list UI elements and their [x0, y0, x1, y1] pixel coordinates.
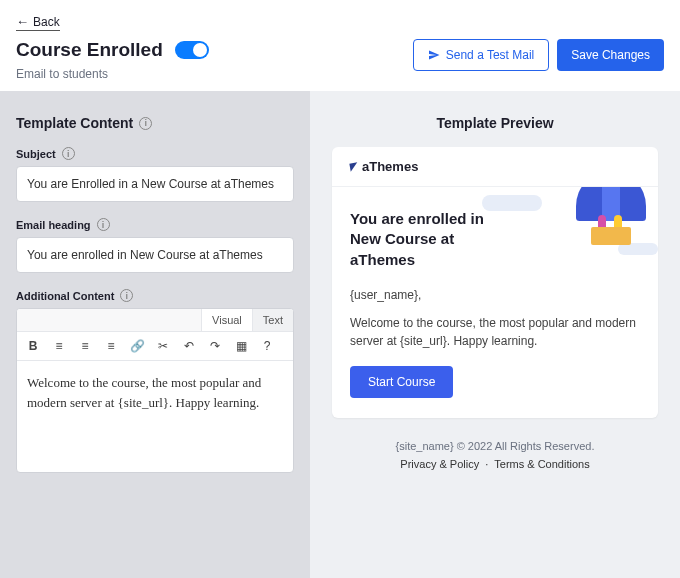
editor-body[interactable]: Welcome to the course, the most popular … — [17, 361, 293, 472]
start-course-button[interactable]: Start Course — [350, 366, 453, 398]
template-content-panel: Template Content i Subject i Email headi… — [0, 91, 310, 578]
back-label: Back — [33, 15, 60, 29]
page-title: Course Enrolled — [16, 39, 163, 61]
help-icon[interactable]: ? — [259, 338, 275, 354]
rich-editor: Visual Text B ≡ ≡ ≡ 🔗 ✂ ↶ ↷ ▦ ? Welcome … — [16, 308, 294, 473]
back-link[interactable]: ← Back — [16, 14, 60, 31]
preview-greeting: {user_name}, — [350, 286, 640, 304]
preview-body-text: Welcome to the course, the most popular … — [350, 314, 640, 350]
template-preview-panel: Template Preview aThemes You are enrolle… — [310, 91, 680, 578]
hero-title: You are enrolled in New Course at aTheme… — [350, 209, 510, 270]
info-icon[interactable]: i — [120, 289, 133, 302]
link-icon[interactable]: 🔗 — [129, 338, 145, 354]
arrow-left-icon: ← — [16, 14, 29, 29]
editor-toolbar: B ≡ ≡ ≡ 🔗 ✂ ↶ ↷ ▦ ? — [17, 332, 293, 361]
send-test-button[interactable]: Send a Test Mail — [413, 39, 550, 71]
template-content-title: Template Content — [16, 115, 133, 131]
email-heading-input[interactable] — [16, 237, 294, 273]
tab-text[interactable]: Text — [252, 309, 293, 331]
subject-label: Subject — [16, 148, 56, 160]
enable-toggle[interactable] — [175, 41, 209, 59]
undo-icon[interactable]: ↶ — [181, 338, 197, 354]
brand-icon — [349, 162, 358, 171]
info-icon[interactable]: i — [139, 117, 152, 130]
align-left-icon[interactable]: ≡ — [51, 338, 67, 354]
preview-card: aThemes You are enrolled in New Course a… — [332, 147, 658, 418]
info-icon[interactable]: i — [62, 147, 75, 160]
paper-plane-icon — [428, 49, 440, 61]
terms-link[interactable]: Terms & Conditions — [494, 458, 589, 470]
page-subtitle: Email to students — [16, 67, 209, 81]
preview-title: Template Preview — [332, 115, 658, 131]
cloud-shape — [482, 195, 542, 211]
footer-copyright: {site_name} © 2022 All Rights Reserved. — [332, 440, 658, 452]
tab-visual[interactable]: Visual — [201, 309, 252, 331]
align-center-icon[interactable]: ≡ — [77, 338, 93, 354]
bold-icon[interactable]: B — [25, 338, 41, 354]
save-button[interactable]: Save Changes — [557, 39, 664, 71]
info-icon[interactable]: i — [97, 218, 110, 231]
subject-input[interactable] — [16, 166, 294, 202]
align-right-icon[interactable]: ≡ — [103, 338, 119, 354]
email-heading-label: Email heading — [16, 219, 91, 231]
privacy-link[interactable]: Privacy & Policy — [400, 458, 479, 470]
unlink-icon[interactable]: ✂ — [155, 338, 171, 354]
balloon-illustration — [556, 187, 646, 267]
brand-name: aThemes — [362, 159, 418, 174]
redo-icon[interactable]: ↷ — [207, 338, 223, 354]
additional-content-label: Additional Content — [16, 290, 114, 302]
grid-icon[interactable]: ▦ — [233, 338, 249, 354]
